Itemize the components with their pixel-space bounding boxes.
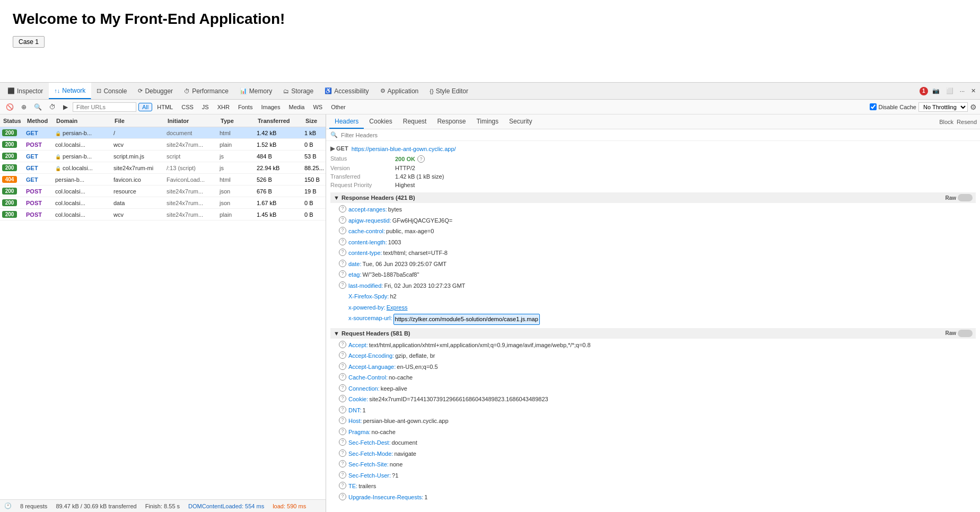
detail-tab-timings[interactable]: Timings [471, 114, 504, 129]
header-info-icon[interactable]: ? [339, 373, 346, 381]
tab-inspector[interactable]: ⬛ Inspector [2, 83, 49, 99]
detail-tab-cookies[interactable]: Cookies [364, 114, 397, 129]
status-value: HTTP/2 [395, 165, 415, 171]
close-button[interactable]: ✕ [969, 86, 978, 95]
tab-console[interactable]: ⊡ Console [91, 83, 133, 99]
raw-toggle-request[interactable]: Raw [945, 330, 973, 337]
table-row[interactable]: 200 POST col.localsi... data site24x7rum… [0, 197, 326, 209]
header-value-link[interactable]: Express [387, 303, 408, 312]
raw-toggle-switch-request[interactable] [958, 330, 973, 337]
screenshot-button[interactable]: 📷 [930, 86, 942, 95]
filter-js[interactable]: JS [198, 103, 213, 111]
detail-tab-security[interactable]: Security [504, 114, 537, 129]
header-info-icon[interactable]: ? [339, 460, 346, 467]
filter-urls-input[interactable] [73, 102, 136, 112]
info-icon[interactable]: ? [417, 155, 425, 163]
detail-tab-headers[interactable]: Headers [329, 114, 364, 129]
settings-gear-button[interactable]: ⚙ [970, 103, 977, 111]
filter-css[interactable]: CSS [178, 103, 197, 111]
header-row: ?TE: trailers [330, 481, 976, 492]
case-button[interactable]: Case 1 [13, 36, 45, 48]
status-value-wrap: 1.42 kB (1 kB size) [395, 173, 976, 180]
header-info-icon[interactable]: ? [339, 238, 346, 245]
table-row[interactable]: 200 GET 🔒 persian-b... script.min.js scr… [0, 151, 326, 162]
header-row: ?Pragma: no-cache [330, 427, 976, 438]
tab-memory[interactable]: 📊 Memory [234, 83, 278, 99]
timer-button[interactable]: ⏱ [47, 102, 58, 112]
header-name: Cache-Control: [348, 373, 388, 382]
filter-media[interactable]: Media [285, 103, 308, 111]
header-info-icon[interactable]: ? [339, 417, 346, 424]
header-info-icon[interactable]: ? [339, 482, 346, 489]
detail-tab-response[interactable]: Response [432, 114, 471, 129]
header-info-icon[interactable]: ? [339, 449, 346, 457]
table-row[interactable]: 200 GET 🔒 col.localsi... site24x7rum-mi … [0, 162, 326, 174]
disable-cache-label[interactable]: Disable Cache [870, 103, 916, 110]
table-row[interactable]: 200 POST col.localsi... resource site24x… [0, 186, 326, 197]
disable-cache-checkbox[interactable] [870, 103, 877, 110]
header-info-icon[interactable]: ? [339, 216, 346, 224]
tab-debugger[interactable]: ⟳ Debugger [133, 83, 179, 99]
table-row[interactable]: 200 POST col.localsi... wcv site24x7rum.… [0, 209, 326, 220]
header-info-icon[interactable]: ? [339, 351, 346, 359]
search-button[interactable]: 🔍 [31, 102, 45, 112]
responsive-button[interactable]: ⬜ [944, 86, 956, 95]
col-status: Status [2, 118, 26, 124]
filter-images[interactable]: Images [257, 103, 284, 111]
tab-style-editor[interactable]: {} Style Editor [424, 83, 474, 99]
url-path: https://persian-blue-ant-gown.cyclic.app… [352, 146, 456, 152]
method-cell: POST [26, 211, 55, 218]
header-info-icon[interactable]: ? [339, 384, 346, 392]
header-info-icon[interactable]: ? [339, 493, 346, 500]
raw-toggle-response[interactable]: Raw [945, 194, 973, 201]
domain-cell: col.localsi... [55, 200, 113, 206]
request-headers-section-header[interactable]: ▼ Request Headers (581 B) Raw [330, 328, 976, 339]
filter-html[interactable]: HTML [153, 103, 177, 111]
detail-tab-request[interactable]: Request [398, 114, 432, 129]
throttle-select[interactable]: No Throttling [918, 102, 968, 112]
tab-performance[interactable]: ⏱ Performance [179, 83, 234, 99]
header-info-icon[interactable]: ? [339, 406, 346, 413]
tab-application[interactable]: ⚙ Application [375, 83, 425, 99]
raw-toggle-switch-response[interactable] [958, 194, 973, 201]
table-row[interactable]: 200 GET 🔒 persian-b... / document html 1… [0, 127, 326, 139]
header-info-icon[interactable]: ? [339, 341, 346, 348]
header-info-icon[interactable]: ? [339, 249, 346, 256]
page-title: Welcome to My Front-End Application! [13, 11, 967, 28]
block-btn[interactable]: Block [939, 119, 953, 125]
add-button[interactable]: ⊕ [19, 102, 29, 112]
header-name: x-sourcemap-url: [348, 314, 392, 323]
filter-ws[interactable]: WS [309, 103, 326, 111]
clear-button[interactable]: 🚫 [3, 102, 16, 112]
filter-headers-input[interactable] [341, 132, 976, 138]
header-info-icon[interactable]: ? [339, 428, 346, 435]
type-cell: js [220, 165, 257, 171]
table-row[interactable]: 200 POST col.localsi... wcv site24x7rum.… [0, 139, 326, 151]
tab-accessibility[interactable]: ♿ Accessibility [319, 83, 374, 99]
status-value-wrap: Highest [395, 182, 976, 188]
header-info-icon[interactable]: ? [339, 281, 346, 289]
table-row[interactable]: 404 GET persian-b... favicon.ico Favicon… [0, 174, 326, 186]
play-button[interactable]: ▶ [60, 102, 71, 112]
header-info-icon[interactable]: ? [339, 205, 346, 213]
status-value: Highest [395, 182, 415, 188]
more-button[interactable]: ··· [958, 87, 967, 95]
response-headers-section-header[interactable]: ▼ Response Headers (421 B) Raw [330, 192, 976, 203]
tab-network[interactable]: ↑↓ Network [49, 83, 91, 99]
filter-xhr[interactable]: XHR [214, 103, 233, 111]
header-info-icon[interactable]: ? [339, 438, 346, 446]
header-info-icon[interactable]: ? [339, 260, 346, 267]
header-info-icon[interactable]: ? [339, 227, 346, 234]
header-info-icon[interactable]: ? [339, 363, 346, 370]
footer-transferred: 89.47 kB / 30.69 kB transferred [56, 503, 136, 509]
filter-all[interactable]: All [138, 103, 152, 111]
header-value: gzip, deflate, br [395, 351, 435, 360]
header-info-icon[interactable]: ? [339, 395, 346, 402]
resend-btn[interactable]: Resend [957, 119, 977, 125]
filter-other[interactable]: Other [327, 103, 349, 111]
col-file: File [113, 118, 167, 124]
header-info-icon[interactable]: ? [339, 270, 346, 278]
tab-storage[interactable]: 🗂 Storage [278, 83, 319, 99]
filter-fonts[interactable]: Fonts [234, 103, 257, 111]
header-info-icon[interactable]: ? [339, 471, 346, 479]
